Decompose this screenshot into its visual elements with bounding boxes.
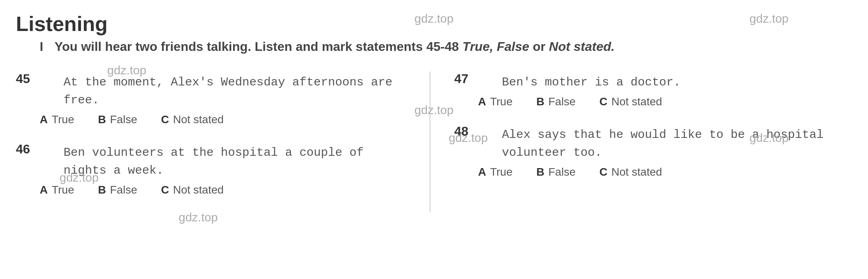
q47-option-a: A True: [478, 95, 513, 108]
right-column: 47 Ben's mother is a doctor. A True B Fa…: [430, 72, 852, 212]
watermark-5: gdz.top: [449, 131, 488, 145]
q46-option-b-text: False: [110, 184, 137, 196]
q47-header: 47 Ben's mother is a doctor.: [454, 72, 852, 91]
left-column: 45 At the moment, Alex's Wednesday after…: [16, 72, 430, 212]
q45-option-a-letter: A: [40, 113, 48, 126]
q46-option-a: A True: [40, 184, 74, 196]
q48-option-a-text: True: [490, 166, 513, 178]
q48-option-b: B False: [536, 166, 576, 178]
q48-option-c-text: Not stated: [611, 166, 662, 178]
q45-text: At the moment, Alex's Wednesday afternoo…: [64, 74, 414, 109]
q47-options: A True B False C Not stated: [478, 95, 852, 108]
instruction-ns: Not stated.: [549, 39, 615, 54]
q48-option-b-text: False: [548, 166, 575, 178]
question-45: 45 At the moment, Alex's Wednesday after…: [16, 72, 414, 126]
q46-option-a-letter: A: [40, 184, 48, 196]
q45-option-c-text: Not stated: [173, 113, 224, 126]
q47-number: 47: [454, 72, 469, 86]
question-48: 48 Alex says that he would like to be a …: [454, 124, 852, 178]
q47-option-c: C Not stated: [599, 95, 662, 108]
q45-number: 45: [16, 72, 30, 86]
q48-option-a-letter: A: [478, 166, 486, 178]
q45-option-b-letter: B: [98, 113, 106, 126]
q46-option-b: B False: [98, 184, 137, 196]
q48-option-b-letter: B: [536, 166, 544, 178]
content-area: 45 At the moment, Alex's Wednesday after…: [16, 72, 852, 212]
q46-option-a-text: True: [52, 184, 74, 196]
instruction-number: I: [40, 39, 43, 54]
watermark-8: gdz.top: [179, 211, 218, 224]
q48-header: 48 Alex says that he would like to be a …: [454, 124, 852, 162]
q47-option-a-letter: A: [478, 95, 486, 108]
q45-options: A True B False C Not stated: [40, 113, 414, 126]
q47-option-c-text: Not stated: [611, 95, 662, 108]
q46-number: 46: [16, 142, 30, 156]
q45-option-c: C Not stated: [161, 113, 224, 126]
q48-option-c: C Not stated: [599, 166, 662, 178]
q47-text: Ben's mother is a doctor.: [502, 74, 681, 91]
q46-option-c-letter: C: [161, 184, 169, 196]
q46-option-c-text: Not stated: [173, 184, 224, 196]
q48-text: Alex says that he would like to be a hos…: [502, 126, 852, 162]
question-47: 47 Ben's mother is a doctor. A True B Fa…: [454, 72, 852, 108]
q47-option-b-letter: B: [536, 95, 544, 108]
instruction-or: or: [529, 39, 549, 54]
q46-options: A True B False C Not stated: [40, 184, 414, 196]
watermark-1: gdz.top: [415, 12, 453, 25]
q46-option-c: C Not stated: [161, 184, 224, 196]
question-46: 46 Ben volunteers at the hospital a coup…: [16, 142, 414, 196]
watermark-6: gdz.top: [750, 131, 789, 145]
q45-option-b-text: False: [110, 113, 137, 126]
watermark-4: gdz.top: [415, 103, 453, 117]
q46-option-b-letter: B: [98, 184, 106, 196]
q46-text: Ben volunteers at the hospital a couple …: [64, 144, 414, 180]
watermark-3: gdz.top: [107, 64, 146, 77]
q47-option-b: B False: [536, 95, 576, 108]
q45-option-c-letter: C: [161, 113, 169, 126]
q45-option-b: B False: [98, 113, 137, 126]
q48-option-c-letter: C: [599, 166, 607, 178]
instruction-italic: True, False: [462, 39, 529, 54]
q45-option-a-text: True: [52, 113, 74, 126]
instruction: I You will hear two friends talking. Lis…: [16, 38, 852, 56]
watermark-7: gdz.top: [60, 171, 98, 184]
instruction-text: You will hear two friends talking. Liste…: [54, 39, 462, 54]
q47-option-b-text: False: [548, 95, 575, 108]
watermark-2: gdz.top: [750, 12, 789, 25]
q47-option-a-text: True: [490, 95, 513, 108]
q48-option-a: A True: [478, 166, 513, 178]
q45-header: 45 At the moment, Alex's Wednesday after…: [16, 72, 414, 109]
q47-option-c-letter: C: [599, 95, 607, 108]
q48-options: A True B False C Not stated: [478, 166, 852, 178]
q45-option-a: A True: [40, 113, 74, 126]
